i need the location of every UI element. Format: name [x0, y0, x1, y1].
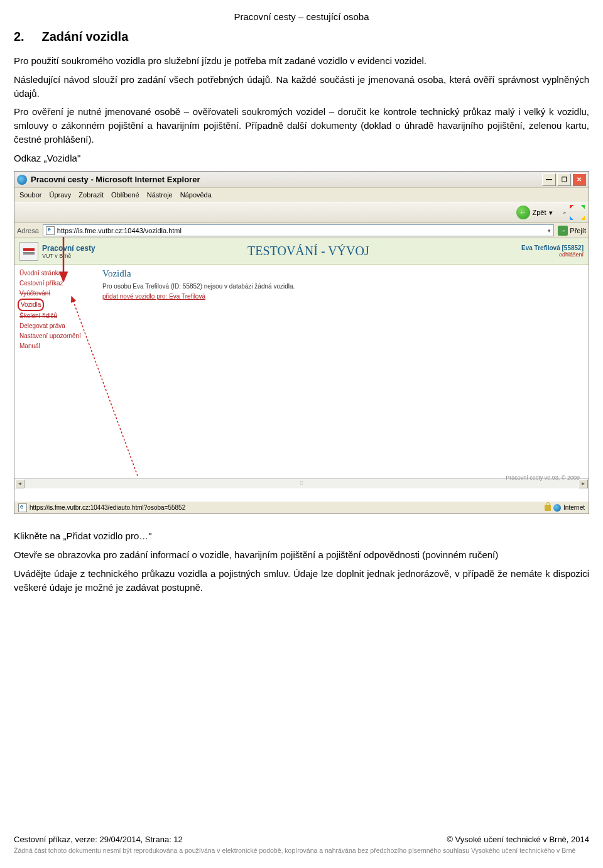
app-title: Pracovní cesty — [42, 244, 95, 253]
security-zone: Internet — [563, 504, 585, 511]
chevron-down-icon: ▾ — [549, 209, 553, 217]
page-footer: Cestovní příkaz, verze: 29/04/2014, Stra… — [14, 835, 589, 855]
go-label: Přejít — [570, 227, 586, 234]
address-input[interactable]: https://is.fme.vutbr.cz:10443/vozidla.ht… — [43, 224, 554, 236]
info-text: Pro osobu Eva Trefilová (ID: 55852) nejs… — [102, 283, 582, 290]
app-header: Pracovní cesty VUT v Brně TESTOVÁNÍ - VÝ… — [14, 238, 589, 265]
sidebar-item-notifications[interactable]: Nastavení upozornění — [19, 331, 91, 341]
maximize-button[interactable]: ❐ — [557, 173, 571, 186]
menu-item[interactable]: Oblíbené — [111, 191, 139, 199]
close-button[interactable]: ✕ — [572, 173, 586, 186]
sidebar-item-manual[interactable]: Manuál — [19, 341, 91, 351]
sidebar-item-delegate[interactable]: Delegovat práva — [19, 321, 91, 331]
menu-item[interactable]: Úpravy — [49, 191, 71, 199]
sidebar-item-home[interactable]: Úvodní stránka — [19, 268, 91, 278]
page-header-breadcrumb: Pracovní cesty – cestující osoba — [0, 0, 603, 22]
sidebar-item-travelorder[interactable]: Cestovní příkaz — [19, 278, 91, 288]
menu-item[interactable]: Zobrazit — [79, 191, 104, 199]
horizontal-scrollbar[interactable]: ◄ ⠿ ► — [14, 478, 589, 488]
window-title: Pracovní cesty - Microsoft Internet Expl… — [31, 175, 542, 184]
browser-screenshot: Pracovní cesty - Microsoft Internet Expl… — [14, 171, 589, 514]
page-content: Pracovní cesty VUT v Brně TESTOVÁNÍ - VÝ… — [14, 238, 589, 501]
paragraph: Odkaz „Vozidla" — [14, 151, 589, 165]
page-icon — [46, 226, 55, 235]
go-arrow-icon: → — [558, 226, 568, 236]
footer-left: Cestovní příkaz, verze: 29/04/2014, Stra… — [14, 835, 183, 844]
address-label: Adresa — [17, 227, 39, 234]
paragraph: Uvádějte údaje z technického průkazu voz… — [14, 567, 589, 595]
logout-link[interactable]: odhlášení — [521, 251, 584, 258]
ie-icon — [17, 175, 27, 185]
toolbar-chevron-icon[interactable]: » — [563, 210, 566, 216]
menu-item[interactable]: Soubor — [19, 191, 41, 199]
browser-menubar: Soubor Úpravy Zobrazit Oblíbené Nástroje… — [14, 188, 589, 202]
app-version-text: Pracovní cesty v0.93, © 2009 — [506, 475, 580, 481]
lock-icon — [545, 505, 551, 511]
page-icon — [18, 503, 27, 512]
menu-item[interactable]: Nástroje — [147, 191, 173, 199]
back-button[interactable]: ← Zpět ▾ — [511, 204, 558, 221]
sidebar-item-training[interactable]: Školení řidičů — [19, 311, 91, 321]
paragraph: Následující návod slouží pro zadání všec… — [14, 73, 589, 101]
windows-flag-icon — [570, 205, 585, 220]
footer-disclaimer: Žádná část tohoto dokumentu nesmí být re… — [14, 847, 589, 855]
minimize-button[interactable]: — — [542, 173, 556, 186]
paragraph: Pro použití soukromého vozidla pro služe… — [14, 54, 589, 68]
status-url: https://is.fme.vutbr.cz:10443/ediauto.ht… — [30, 504, 185, 511]
scroll-right-icon[interactable]: ► — [579, 480, 588, 488]
go-button[interactable]: → Přejít — [558, 226, 586, 236]
main-content: Vozidla Pro osobu Eva Trefilová (ID: 558… — [96, 265, 589, 478]
back-arrow-icon: ← — [516, 206, 530, 219]
paragraph: Klikněte na „Přidat vozidlo pro…" — [14, 529, 589, 543]
sidebar-item-vehicles[interactable]: Vozidla — [21, 300, 41, 310]
dropdown-icon[interactable]: ▾ — [548, 228, 551, 234]
sidebar-item-billing[interactable]: Vyúčtování — [19, 288, 91, 299]
add-vehicle-link[interactable]: přidat nové vozidlo pro: Eva Trefilová — [102, 293, 205, 300]
app-logo-icon — [19, 242, 38, 261]
status-bar: https://is.fme.vutbr.cz:10443/ediauto.ht… — [14, 501, 589, 514]
app-center-banner: TESTOVÁNÍ - VÝVOJ — [95, 244, 521, 258]
address-url: https://is.fme.vutbr.cz:10443/vozidla.ht… — [57, 227, 182, 234]
section-title-text: Zadání vozidla — [41, 30, 128, 43]
globe-icon — [553, 504, 561, 512]
scroll-left-icon[interactable]: ◄ — [15, 480, 24, 488]
back-label: Zpět — [533, 209, 546, 216]
app-subtitle: VUT v Brně — [42, 253, 95, 259]
content-heading: Vozidla — [102, 268, 582, 279]
section-heading: 2. Zadání vozidla — [0, 22, 603, 54]
paragraph: Otevře se obrazovka pro zadání informací… — [14, 548, 589, 562]
paragraph: Pro ověření je nutné jmenované osobě – o… — [14, 105, 589, 146]
browser-toolbar: ← Zpět ▾ » — [14, 202, 589, 223]
menu-item[interactable]: Nápověda — [180, 191, 212, 199]
user-name: Eva Trefilová [55852] — [521, 244, 584, 251]
window-titlebar: Pracovní cesty - Microsoft Internet Expl… — [14, 172, 589, 188]
section-number: 2. — [14, 30, 24, 43]
sidebar: Úvodní stránka Cestovní příkaz Vyúčtován… — [14, 265, 96, 478]
footer-right: © Vysoké učení technické v Brně, 2014 — [447, 835, 589, 844]
scroll-grip: ⠿ — [24, 481, 579, 486]
address-bar: Adresa https://is.fme.vutbr.cz:10443/voz… — [14, 223, 589, 238]
